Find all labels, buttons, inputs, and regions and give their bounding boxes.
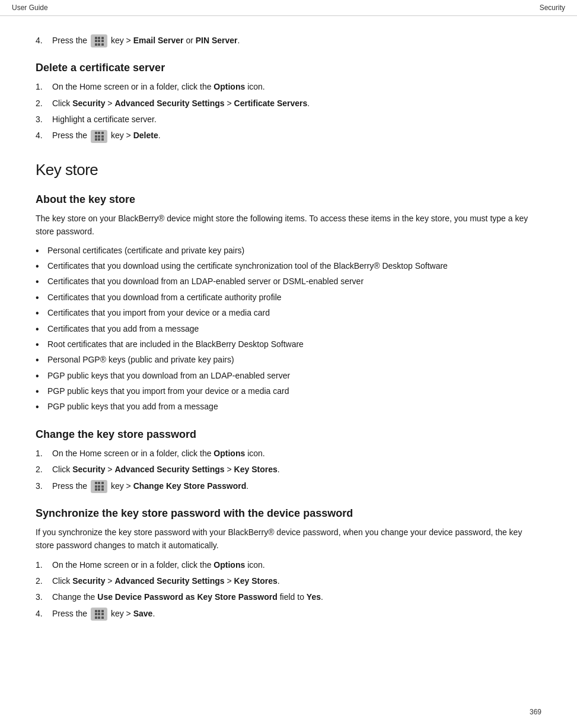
bullet-item-8: • Personal PGP® keys (public and private… xyxy=(36,354,541,367)
bullet-text-8: Personal PGP® keys (public and private k… xyxy=(47,354,234,366)
menu-icon-grid-3 xyxy=(95,482,104,491)
menu-icon-3 xyxy=(91,480,107,493)
sync-step-1: 1. On the Home screen or in a folder, cl… xyxy=(36,558,541,571)
step-4-text: Press the key > Email Server or PIN Serv… xyxy=(52,34,240,47)
sync-step-3-text: Change the Use Device Password as Key St… xyxy=(52,590,323,603)
about-keystore-heading: About the key store xyxy=(36,193,541,206)
sync-password-intro: If you synchronize the key store passwor… xyxy=(36,526,541,552)
sync-step-4: 4. Press the key > S xyxy=(36,607,541,621)
delete-step-4-text: Press the key > Delete. xyxy=(52,129,161,142)
delete-cert-heading: Delete a certificate server xyxy=(36,62,541,74)
delete-cert-steps: 1. On the Home screen or in a folder, cl… xyxy=(36,80,541,142)
delete-step-3-text: Highlight a certificate server. xyxy=(52,113,157,126)
step-4-email-server: 4. Press the key > Email Server or PIN S… xyxy=(36,34,541,47)
options-label-3: Options xyxy=(213,560,245,570)
key-stores-label-1: Key Stores xyxy=(234,465,278,474)
change-pwd-step-2-text: Click Security > Advanced Security Setti… xyxy=(52,463,280,476)
bullet-item-2: • Certificates that you download using t… xyxy=(36,260,541,273)
key-store-heading: Key store xyxy=(36,161,541,179)
change-password-heading: Change the key store password xyxy=(36,428,541,441)
page-number: 369 xyxy=(530,708,541,716)
change-pwd-step-2: 2. Click Security > Advanced Security Se… xyxy=(36,463,541,476)
bullet-text-10: PGP public keys that you import from you… xyxy=(47,385,289,398)
bullet-dot-3: • xyxy=(36,275,47,288)
menu-icon-grid-2 xyxy=(95,132,104,141)
bullet-item-4: • Certificates that you download from a … xyxy=(36,291,541,304)
step-4-number: 4. xyxy=(36,34,52,47)
about-keystore-intro: The key store on your BlackBerry® device… xyxy=(36,212,541,239)
delete-step-1: 1. On the Home screen or in a folder, cl… xyxy=(36,80,541,93)
bullet-item-9: • PGP public keys that you download from… xyxy=(36,370,541,383)
advanced-security-label-2: Advanced Security Settings xyxy=(114,465,224,474)
options-label-2: Options xyxy=(213,449,245,458)
change-pwd-step-1-text: On the Home screen or in a folder, click… xyxy=(52,447,265,460)
advanced-security-label-3: Advanced Security Settings xyxy=(114,576,224,586)
bullet-item-3: • Certificates that you download from an… xyxy=(36,275,541,288)
bullet-item-7: • Root certificates that are included in… xyxy=(36,338,541,351)
email-server-label: Email Server xyxy=(133,36,184,45)
options-label-1: Options xyxy=(213,82,245,91)
delete-step-3-num: 3. xyxy=(36,113,52,126)
keystore-bullet-list: • Personal certificates (certificate and… xyxy=(36,244,541,414)
change-key-store-password-label: Change Key Store Password xyxy=(133,481,247,491)
bullet-text-2: Certificates that you download using the… xyxy=(47,260,448,272)
bullet-dot-10: • xyxy=(36,385,47,398)
cert-servers-label: Certificate Servers xyxy=(234,98,308,108)
bullet-item-6: • Certificates that you add from a messa… xyxy=(36,323,541,336)
delete-step-4-num: 4. xyxy=(36,129,52,142)
bullet-text-1: Personal certificates (certificate and p… xyxy=(47,244,244,257)
bullet-dot-1: • xyxy=(36,244,47,257)
bullet-dot-7: • xyxy=(36,338,47,351)
menu-icon-1 xyxy=(91,34,107,47)
menu-icon-2 xyxy=(91,130,107,143)
bullet-item-10: • PGP public keys that you import from y… xyxy=(36,385,541,398)
menu-icon-grid-4 xyxy=(95,610,104,619)
page-footer: 369 xyxy=(530,708,541,716)
advanced-security-label-1: Advanced Security Settings xyxy=(114,98,224,108)
bullet-text-3: Certificates that you download from an L… xyxy=(47,275,364,288)
sync-step-3-num: 3. xyxy=(36,590,52,603)
sync-step-4-num: 4. xyxy=(36,607,52,621)
bullet-dot-6: • xyxy=(36,323,47,336)
bullet-dot-4: • xyxy=(36,291,47,304)
menu-icon-grid-1 xyxy=(95,37,104,46)
change-pwd-step-3: 3. Press the key > C xyxy=(36,479,541,493)
pin-server-label: PIN Server xyxy=(196,36,238,45)
delete-step-1-text: On the Home screen or in a folder, click… xyxy=(52,80,265,93)
sync-password-steps: 1. On the Home screen or in a folder, cl… xyxy=(36,558,541,621)
sync-step-2-num: 2. xyxy=(36,574,52,587)
bullet-text-11: PGP public keys that you add from a mess… xyxy=(47,400,218,413)
sync-step-3: 3. Change the Use Device Password as Key… xyxy=(36,590,541,603)
bullet-text-7: Root certificates that are included in t… xyxy=(47,338,304,351)
bullet-text-5: Certificates that you import from your d… xyxy=(47,307,270,319)
delete-step-1-num: 1. xyxy=(36,80,52,93)
page-header: User Guide Security xyxy=(0,0,577,16)
bullet-item-5: • Certificates that you import from your… xyxy=(36,307,541,320)
menu-icon-4 xyxy=(91,608,107,621)
delete-step-2-num: 2. xyxy=(36,97,52,110)
save-label: Save xyxy=(133,609,153,618)
sync-step-2-text: Click Security > Advanced Security Setti… xyxy=(52,574,280,587)
change-pwd-step-1-num: 1. xyxy=(36,447,52,460)
change-pwd-step-2-num: 2. xyxy=(36,463,52,476)
delete-label: Delete xyxy=(133,131,158,140)
change-pwd-step-3-num: 3. xyxy=(36,479,52,493)
sync-password-heading: Synchronize the key store password with … xyxy=(36,507,541,520)
sync-step-2: 2. Click Security > Advanced Security Se… xyxy=(36,574,541,587)
bullet-text-9: PGP public keys that you download from a… xyxy=(47,370,290,382)
delete-step-2: 2. Click Security > Advanced Security Se… xyxy=(36,97,541,110)
delete-step-2-text: Click Security > Advanced Security Setti… xyxy=(52,97,310,110)
key-stores-label-2: Key Stores xyxy=(234,576,278,586)
sync-step-1-text: On the Home screen or in a folder, click… xyxy=(52,558,265,571)
page-content: 4. Press the key > Email Server or PIN S… xyxy=(0,16,577,659)
bullet-dot-2: • xyxy=(36,260,47,273)
sync-step-1-num: 1. xyxy=(36,558,52,571)
bullet-item-11: • PGP public keys that you add from a me… xyxy=(36,400,541,414)
bullet-text-6: Certificates that you add from a message xyxy=(47,323,199,335)
header-right-label: Security xyxy=(540,4,565,12)
yes-label: Yes xyxy=(307,592,321,602)
bullet-dot-9: • xyxy=(36,370,47,383)
change-pwd-step-3-text: Press the key > Change Key Store Pa xyxy=(52,479,248,493)
delete-step-3: 3. Highlight a certificate server. xyxy=(36,113,541,126)
change-pwd-step-1: 1. On the Home screen or in a folder, cl… xyxy=(36,447,541,460)
